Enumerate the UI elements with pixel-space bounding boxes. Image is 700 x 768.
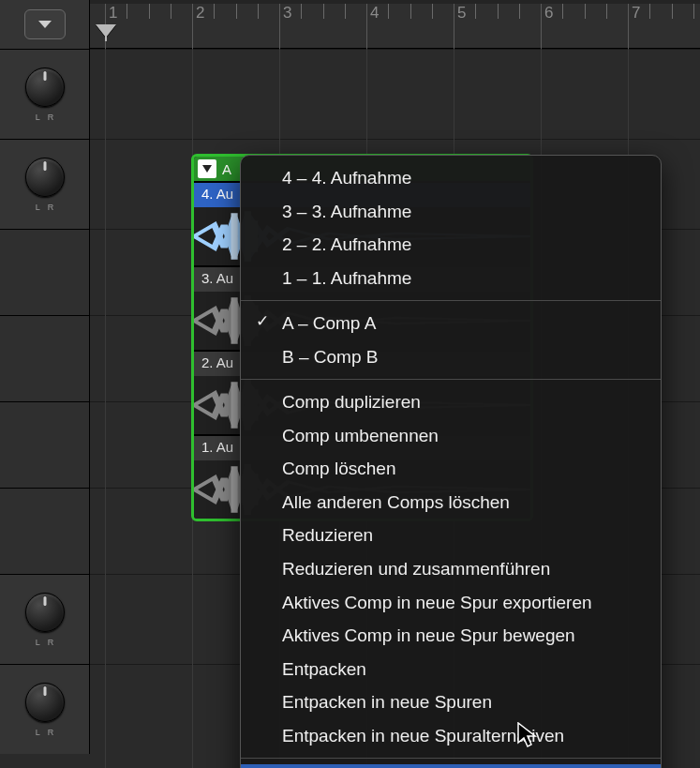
menu-item[interactable]: 2 – 2. Aufnahme xyxy=(241,228,661,262)
disclosure-triangle-icon[interactable] xyxy=(198,159,216,178)
menu-item[interactable]: 1 – 1. Aufnahme xyxy=(241,262,661,295)
take-folder-label: A xyxy=(222,161,231,177)
menu-item[interactable]: 4 – 4. Aufnahme xyxy=(241,161,661,195)
menu-item[interactable]: Reduzieren und zusammenführen xyxy=(241,552,661,586)
menu-item[interactable]: Comp löschen xyxy=(241,452,661,486)
menu-item[interactable]: B – Comp B xyxy=(241,340,661,374)
ruler-bar-number: 1 xyxy=(109,4,117,23)
ruler-bar-number: 6 xyxy=(544,4,553,23)
menu-item[interactable]: Aktives Comp in neue Spur bewegen xyxy=(241,619,661,653)
menu-item[interactable]: Aktives Comp in neue Spur exportieren xyxy=(241,586,661,620)
menu-item[interactable]: Comp umbenennen xyxy=(241,419,661,453)
ruler-bar-number: 4 xyxy=(370,4,379,23)
menu-item[interactable]: Alle anderen Comps löschen xyxy=(241,486,661,520)
ruler-bar-number: 5 xyxy=(457,4,466,23)
menu-item[interactable]: Entpacken in neue Spuralternativen xyxy=(241,719,661,753)
track-lane[interactable] xyxy=(0,229,90,315)
track-header[interactable]: LR xyxy=(0,49,90,139)
tool-dropdown[interactable] xyxy=(24,9,66,39)
svg-marker-0 xyxy=(38,21,52,28)
pan-labels: LR xyxy=(36,638,62,647)
playhead[interactable] xyxy=(96,24,116,38)
menu-item[interactable]: Comp duplizieren xyxy=(241,385,661,419)
chevron-down-icon xyxy=(37,20,52,29)
track-header[interactable]: LR xyxy=(0,664,90,754)
pan-labels: LR xyxy=(36,203,62,212)
pan-labels: LR xyxy=(36,113,62,122)
track-lane[interactable] xyxy=(0,401,90,488)
menu-item[interactable]: 3 – 3. Aufnahme xyxy=(241,195,661,229)
timeline-ruler[interactable]: 1234567 xyxy=(90,0,700,49)
menu-separator xyxy=(241,758,661,759)
pan-knob[interactable] xyxy=(25,68,65,107)
track-header-column: LR LR LR LR xyxy=(0,49,90,768)
menu-item[interactable]: Reduzieren xyxy=(241,519,661,552)
take-folder-context-menu[interactable]: 4 – 4. Aufnahme3 – 3. Aufnahme2 – 2. Auf… xyxy=(240,155,662,768)
menu-item[interactable]: A – Comp A xyxy=(241,307,661,340)
menu-item[interactable]: Entpacken xyxy=(241,653,661,686)
toolbar-cell xyxy=(0,0,90,49)
ruler-bar-number: 7 xyxy=(632,4,640,23)
top-strip: 1234567 xyxy=(0,0,700,49)
ruler-bar-number: 3 xyxy=(283,4,291,23)
menu-separator xyxy=(241,379,661,380)
pan-knob[interactable] xyxy=(25,683,65,722)
menu-item[interactable]: Quick Swipe Comping xyxy=(241,764,661,768)
menu-item[interactable]: Entpacken in neue Spuren xyxy=(241,685,661,719)
track-lane[interactable] xyxy=(0,315,90,401)
pan-labels: LR xyxy=(36,728,62,737)
svg-marker-1 xyxy=(202,165,212,173)
pan-knob[interactable] xyxy=(25,158,65,197)
track-header[interactable]: LR xyxy=(0,574,90,664)
menu-separator xyxy=(241,300,661,301)
ruler-bar-number: 2 xyxy=(196,4,204,23)
track-lane[interactable] xyxy=(0,488,90,574)
pan-knob[interactable] xyxy=(25,593,65,632)
track-header[interactable]: LR xyxy=(0,139,90,229)
